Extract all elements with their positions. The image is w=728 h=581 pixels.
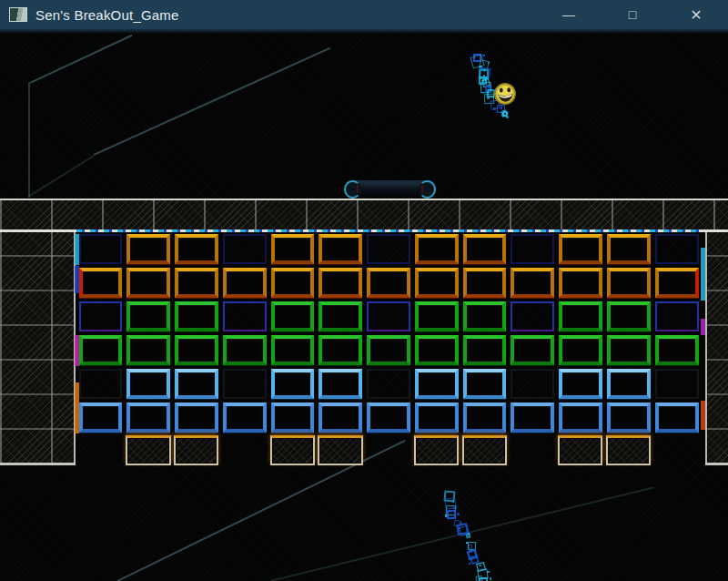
brick-tan: [318, 435, 362, 465]
brick-orange: [271, 234, 315, 264]
destroyed-brick-slot: [511, 301, 554, 331]
window-controls: — □ ✕: [537, 0, 728, 29]
destroyed-brick-slot: [367, 301, 410, 331]
paddle-fleck: [357, 183, 359, 193]
brick-blue: [607, 403, 651, 433]
brick-blue: [126, 403, 170, 433]
brick-blue: [223, 403, 267, 433]
brick-orange: [367, 268, 410, 298]
brick-tan: [414, 435, 459, 465]
brick-blue: [655, 403, 699, 433]
game-window: Sen's BreakOut_Game — □ ✕: [0, 0, 728, 581]
brick-green: [559, 335, 602, 365]
brick-orange: [463, 268, 507, 298]
edge-artifact: [701, 319, 705, 335]
destroyed-brick-slot: [223, 369, 267, 399]
brick-blue: [415, 403, 459, 433]
brick-orange: [79, 268, 123, 298]
brick-green: [79, 335, 123, 365]
game-area[interactable]: [0, 29, 728, 581]
edge-artifact: [701, 248, 705, 301]
brick-orange: [607, 234, 651, 264]
destroyed-brick-slot: [655, 369, 699, 399]
brick-tan: [174, 435, 218, 465]
brick-tan: [126, 435, 170, 465]
app-icon: [9, 7, 27, 22]
destroyed-brick-slot: [511, 234, 554, 264]
brick-orange: [415, 234, 459, 264]
brick-tan: [606, 435, 651, 465]
brick-orange: [511, 268, 554, 298]
brick-orange: [126, 234, 170, 264]
brick-orange: [175, 268, 218, 298]
brick-orange: [415, 268, 459, 298]
close-button[interactable]: ✕: [664, 0, 728, 29]
edge-artifact: [75, 382, 79, 433]
destroyed-brick-slot: [79, 369, 123, 399]
destroyed-brick-slot: [511, 369, 554, 399]
brick-light-blue: [126, 369, 170, 399]
brick-blue: [511, 403, 554, 433]
brick-blue: [559, 403, 602, 433]
paddle-fleck: [421, 183, 423, 193]
brick-green: [367, 335, 410, 365]
destroyed-brick-slot: [223, 234, 267, 264]
brick-light-blue: [175, 369, 218, 399]
destroyed-brick-slot: [367, 369, 410, 399]
brick-blue: [463, 403, 507, 433]
brick-orange: [126, 268, 170, 298]
brick-blue: [175, 403, 218, 433]
brick-orange: [559, 268, 602, 298]
brick-tan: [270, 435, 315, 465]
brick-orange: [271, 268, 315, 298]
brick-green: [559, 301, 602, 331]
minimize-button[interactable]: —: [537, 0, 601, 29]
brick-green: [175, 335, 218, 365]
brick-green: [607, 335, 651, 365]
maximize-icon: □: [629, 7, 636, 22]
brick-orange: [463, 234, 507, 264]
brick-orange: [223, 268, 267, 298]
edge-artifact: [75, 266, 79, 293]
brick-orange: [318, 234, 362, 264]
brick-orange: [318, 268, 362, 298]
close-icon: ✕: [690, 6, 702, 24]
brick-green: [607, 301, 651, 331]
window-title: Sen's BreakOut_Game: [35, 7, 179, 23]
brick-grid: [0, 29, 728, 581]
brick-green: [318, 335, 362, 365]
destroyed-brick-slot: [79, 301, 123, 331]
brick-light-blue: [559, 369, 602, 399]
destroyed-brick-slot: [223, 301, 267, 331]
brick-green: [126, 301, 170, 331]
brick-green: [223, 335, 267, 365]
brick-tan: [558, 435, 602, 465]
paddle[interactable]: [343, 179, 437, 196]
edge-artifact: [701, 401, 705, 430]
brick-blue: [271, 403, 315, 433]
brick-light-blue: [415, 369, 459, 399]
smiley-ball: [493, 82, 517, 106]
brick-green: [175, 301, 218, 331]
destroyed-brick-slot: [655, 234, 699, 264]
brick-green: [271, 335, 315, 365]
title-bar[interactable]: Sen's BreakOut_Game — □ ✕: [0, 0, 728, 29]
destroyed-brick-slot: [79, 234, 123, 264]
destroyed-brick-slot: [367, 234, 410, 264]
brick-orange: [175, 234, 218, 264]
brick-orange: [559, 234, 602, 264]
brick-green: [415, 301, 459, 331]
brick-green: [271, 301, 315, 331]
maximize-button[interactable]: □: [601, 0, 664, 29]
brick-light-blue: [607, 369, 651, 399]
brick-light-blue: [463, 369, 507, 399]
brick-green: [415, 335, 459, 365]
brick-blue: [318, 403, 362, 433]
brick-blue: [79, 403, 123, 433]
brick-green: [511, 335, 554, 365]
brick-light-blue: [271, 369, 315, 399]
brick-green: [463, 301, 507, 331]
brick-tan: [462, 435, 507, 465]
brick-green: [318, 301, 362, 331]
edge-artifact: [75, 335, 79, 366]
